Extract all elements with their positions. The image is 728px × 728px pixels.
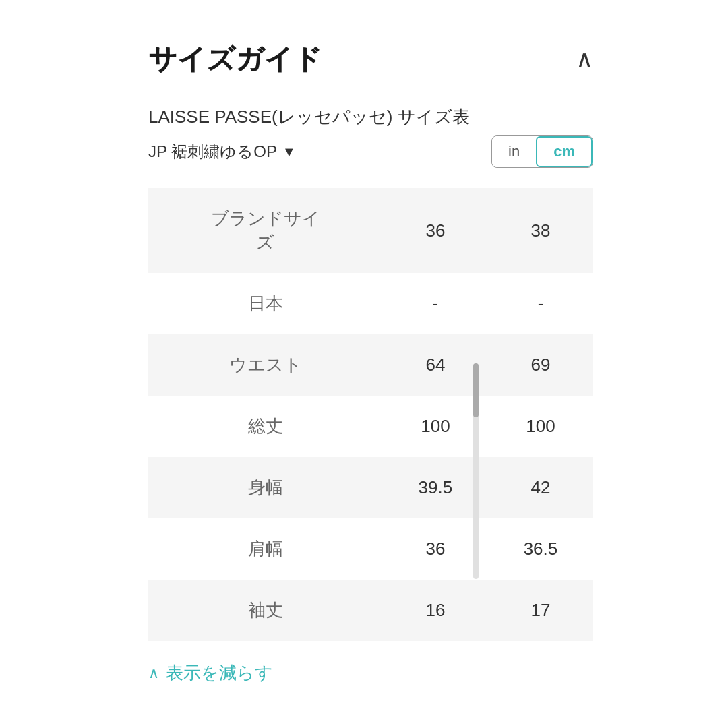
row-col1: - xyxy=(383,273,488,334)
table-row: 袖丈1617 xyxy=(148,580,593,641)
row-col1: 36 xyxy=(383,188,488,273)
row-col1: 36 xyxy=(383,518,488,580)
table-row: 身幅39.542 xyxy=(148,457,593,518)
size-table: ブランドサイズ3638日本--ウエスト6469総丈100100身幅39.542肩… xyxy=(148,188,593,641)
table-row: 肩幅3636.5 xyxy=(148,518,593,580)
row-label: ブランドサイズ xyxy=(148,188,383,273)
filter-row: JP 裾刺繍ゆるOP ▼ in cm xyxy=(148,135,593,168)
product-filter[interactable]: JP 裾刺繍ゆるOP ▼ xyxy=(148,141,296,162)
row-col1: 64 xyxy=(383,334,488,396)
page-title: サイズガイド xyxy=(148,40,322,78)
scrollbar-thumb xyxy=(473,363,479,417)
brand-subtitle: LAISSE PASSE(レッセパッセ) サイズ表 xyxy=(148,105,593,129)
scrollbar[interactable] xyxy=(473,363,479,579)
row-col1: 39.5 xyxy=(383,457,488,518)
row-label: 肩幅 xyxy=(148,518,383,580)
table-row: 総丈100100 xyxy=(148,396,593,457)
header-row: サイズガイド ∧ xyxy=(148,40,593,78)
row-col2: 36.5 xyxy=(488,518,593,580)
show-less-label: 表示を減らす xyxy=(166,661,273,685)
row-col2: 69 xyxy=(488,334,593,396)
collapse-icon[interactable]: ∧ xyxy=(576,45,593,73)
row-col2: - xyxy=(488,273,593,334)
table-row: ブランドサイズ3638 xyxy=(148,188,593,273)
row-label: 袖丈 xyxy=(148,580,383,641)
row-col2: 42 xyxy=(488,457,593,518)
product-label-text: JP 裾刺繍ゆるOP xyxy=(148,141,277,162)
row-col2: 17 xyxy=(488,580,593,641)
unit-toggle: in cm xyxy=(491,135,593,168)
row-label: 日本 xyxy=(148,273,383,334)
row-col2: 100 xyxy=(488,396,593,457)
row-col1: 16 xyxy=(383,580,488,641)
table-row: ウエスト6469 xyxy=(148,334,593,396)
row-col2: 38 xyxy=(488,188,593,273)
show-less-icon: ∧ xyxy=(148,665,159,682)
show-less-button[interactable]: ∧ 表示を減らす xyxy=(148,661,593,685)
table-row: 日本-- xyxy=(148,273,593,334)
row-col1: 100 xyxy=(383,396,488,457)
dropdown-icon: ▼ xyxy=(282,144,296,160)
row-label: 身幅 xyxy=(148,457,383,518)
page-container: サイズガイド ∧ LAISSE PASSE(レッセパッセ) サイズ表 JP 裾刺… xyxy=(0,0,728,728)
table-wrapper: ブランドサイズ3638日本--ウエスト6469総丈100100身幅39.542肩… xyxy=(148,188,593,641)
unit-cm-button[interactable]: cm xyxy=(536,136,593,167)
row-label: ウエスト xyxy=(148,334,383,396)
row-label: 総丈 xyxy=(148,396,383,457)
unit-in-button[interactable]: in xyxy=(492,136,536,167)
